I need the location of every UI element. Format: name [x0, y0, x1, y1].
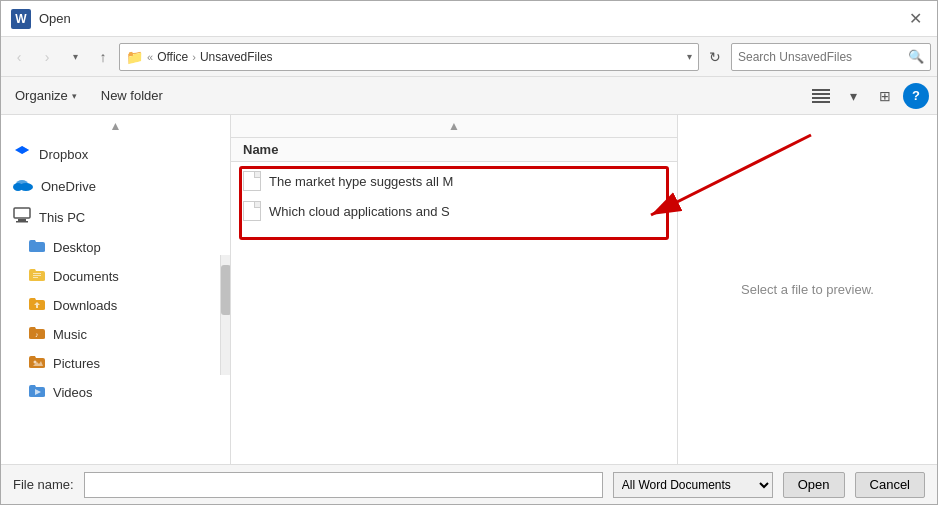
svg-rect-3: [812, 101, 830, 103]
sidebar-scrollbar[interactable]: [220, 255, 230, 375]
cancel-button[interactable]: Cancel: [855, 472, 925, 498]
scroll-up-arrow: ▲: [110, 119, 122, 133]
open-button[interactable]: Open: [783, 472, 845, 498]
address-path-office: Office: [157, 50, 188, 64]
forward-button[interactable]: ›: [35, 45, 59, 69]
svg-rect-1: [812, 93, 830, 95]
dialog-title: Open: [39, 11, 71, 26]
sidebar-label-videos: Videos: [53, 385, 93, 400]
svg-rect-10: [18, 219, 26, 221]
address-folder-icon: 📁: [126, 49, 143, 65]
search-icon: 🔍: [908, 49, 924, 64]
sidebar-item-downloads[interactable]: Downloads: [1, 291, 230, 320]
address-bar-row: ‹ › ▾ ↑ 📁 « Office › UnsavedFiles ▾ ↻ 🔍: [1, 37, 937, 77]
filename-input[interactable]: [84, 472, 603, 498]
sidebar-label-documents: Documents: [53, 269, 119, 284]
file-item-2[interactable]: Which cloud applications and S: [231, 196, 677, 226]
svg-rect-12: [33, 273, 41, 274]
documents-folder-icon: [29, 268, 45, 285]
sidebar-item-dropbox[interactable]: Dropbox: [1, 137, 230, 171]
preview-area: Select a file to preview.: [677, 115, 937, 464]
new-folder-label: New folder: [101, 88, 163, 103]
sidebar-label-this-pc: This PC: [39, 210, 85, 225]
bottom-bar: File name: All Word Documents Open Cance…: [1, 464, 937, 504]
file-list: The market hype suggests all M Which clo…: [231, 162, 677, 464]
sidebar-scroll-up: ▲: [1, 115, 230, 137]
help-button[interactable]: ?: [903, 83, 929, 109]
view-list-button[interactable]: [807, 82, 835, 110]
file-name-2: Which cloud applications and S: [269, 204, 450, 219]
pictures-folder-icon: [29, 355, 45, 372]
sidebar-item-documents[interactable]: Documents: [1, 262, 230, 291]
dropdown-nav-button[interactable]: ▾: [63, 45, 87, 69]
sidebar-scrollbar-thumb[interactable]: [221, 265, 231, 315]
sidebar-label-music: Music: [53, 327, 87, 342]
organize-button[interactable]: Organize ▾: [9, 85, 83, 106]
sidebar-item-desktop[interactable]: Desktop: [1, 233, 230, 262]
file-area-wrapper: ▲ Name The market hype suggests all M: [231, 115, 937, 464]
svg-rect-11: [16, 221, 28, 223]
svg-rect-9: [14, 208, 30, 218]
downloads-folder-icon: [29, 297, 45, 314]
sidebar-label-downloads: Downloads: [53, 298, 117, 313]
back-button[interactable]: ‹: [7, 45, 31, 69]
sort-up-arrow: ▲: [448, 119, 460, 133]
sort-header: ▲: [231, 115, 677, 138]
videos-folder-icon: [29, 384, 45, 401]
title-bar-left: W Open: [11, 9, 903, 29]
onedrive-icon: [13, 177, 33, 195]
address-dropdown-arrow[interactable]: ▾: [687, 51, 692, 62]
address-box[interactable]: 📁 « Office › UnsavedFiles ▾: [119, 43, 699, 71]
svg-rect-14: [33, 277, 38, 278]
sidebar-item-this-pc[interactable]: This PC: [1, 201, 230, 233]
this-pc-icon: [13, 207, 31, 227]
view-dropdown-button[interactable]: ▾: [839, 82, 867, 110]
file-name-1: The market hype suggests all M: [269, 174, 453, 189]
svg-text:♪: ♪: [35, 331, 39, 338]
main-content: ▲ Dropbox: [1, 115, 937, 464]
sidebar: ▲ Dropbox: [1, 115, 231, 464]
address-path-arrow: ›: [192, 51, 196, 63]
sidebar-label-desktop: Desktop: [53, 240, 101, 255]
close-button[interactable]: ✕: [903, 7, 927, 31]
sidebar-item-music[interactable]: ♪ Music: [1, 320, 230, 349]
file-item-1[interactable]: The market hype suggests all M: [231, 166, 677, 196]
title-bar: W Open ✕: [1, 1, 937, 37]
filetype-select[interactable]: All Word Documents: [613, 472, 773, 498]
file-doc-icon-2: [243, 201, 261, 221]
sidebar-label-onedrive: OneDrive: [41, 179, 96, 194]
svg-rect-0: [812, 89, 830, 91]
sidebar-label-dropbox: Dropbox: [39, 147, 88, 162]
search-box[interactable]: 🔍: [731, 43, 931, 71]
svg-rect-13: [33, 275, 41, 276]
sidebar-item-onedrive[interactable]: OneDrive: [1, 171, 230, 201]
svg-point-8: [16, 180, 28, 188]
address-path-unsaved: UnsavedFiles: [200, 50, 273, 64]
preview-text: Select a file to preview.: [741, 282, 874, 297]
music-folder-icon: ♪: [29, 326, 45, 343]
word-app-icon: W: [11, 9, 31, 29]
svg-marker-5: [22, 146, 29, 154]
search-input[interactable]: [738, 50, 908, 64]
address-chevron: «: [147, 51, 153, 63]
sidebar-item-videos[interactable]: Videos: [1, 378, 230, 407]
dropbox-icon: [13, 143, 31, 165]
organize-dropdown-icon: ▾: [72, 91, 77, 101]
new-folder-button[interactable]: New folder: [95, 85, 169, 106]
file-area: ▲ Name The market hype suggests all M: [231, 115, 677, 464]
organize-label: Organize: [15, 88, 68, 103]
toolbar-row: Organize ▾ New folder ▾ ⊞ ?: [1, 77, 937, 115]
preview-toggle-button[interactable]: ⊞: [871, 82, 899, 110]
sidebar-item-pictures[interactable]: Pictures: [1, 349, 230, 378]
toolbar-right: ▾ ⊞ ?: [807, 82, 929, 110]
file-doc-icon-1: [243, 171, 261, 191]
column-name-header: Name: [243, 142, 278, 157]
up-button[interactable]: ↑: [91, 45, 115, 69]
open-dialog: W Open ✕ ‹ › ▾ ↑ 📁 « Office › UnsavedFil…: [0, 0, 938, 505]
column-header: Name: [231, 138, 677, 162]
refresh-button[interactable]: ↻: [703, 45, 727, 69]
desktop-folder-icon: [29, 239, 45, 256]
sidebar-label-pictures: Pictures: [53, 356, 100, 371]
filename-label: File name:: [13, 477, 74, 492]
svg-rect-2: [812, 97, 830, 99]
